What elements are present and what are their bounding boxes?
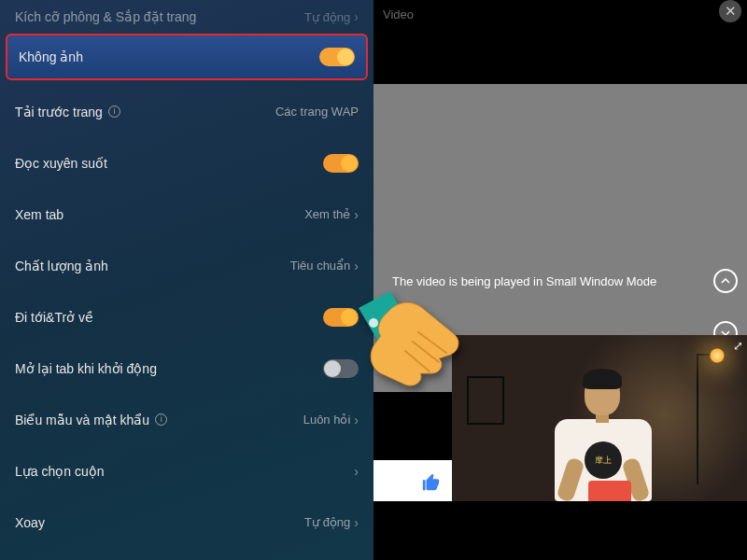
settings-panel: Kích cỡ phông & Sắp đặt trang Tự động› K… — [0, 0, 374, 560]
chevron-right-icon: › — [354, 207, 359, 222]
toggle-goback[interactable] — [323, 308, 359, 327]
settings-row-reopen[interactable]: Mở lại tab khi khởi động — [0, 343, 374, 394]
chevron-right-icon: › — [354, 259, 359, 273]
chevron-right-icon: › — [354, 464, 359, 479]
row-label: Không ảnh — [19, 49, 83, 64]
row-label: Lựa chọn cuộn — [15, 464, 105, 479]
video-bottom-bar — [374, 501, 747, 560]
settings-row-readthru[interactable]: Đọc xuyên suốt — [0, 137, 374, 189]
settings-row-goback[interactable]: Đi tới&Trở về — [0, 291, 374, 343]
row-value: Luôn hỏi› — [303, 413, 359, 427]
chevron-up-icon[interactable] — [713, 269, 738, 293]
row-label: Chất lượng ảnh — [15, 259, 108, 273]
row-label: Xoay — [15, 515, 45, 530]
expand-icon[interactable]: ⤢ — [733, 339, 743, 353]
row-value: Xem thẻ› — [304, 207, 359, 222]
chevron-right-icon: › — [354, 515, 359, 530]
row-label: Xem tab — [15, 207, 63, 222]
toggle-reopen[interactable] — [323, 359, 359, 378]
row-label: Đi tới&Trở về — [15, 310, 93, 325]
mini-video-window[interactable]: 摩上 ⤢ — [452, 335, 747, 501]
toggle-no_image[interactable] — [319, 48, 355, 66]
settings-row-scroll[interactable]: Lựa chọn cuộn› — [0, 445, 374, 497]
settings-row-imgqual[interactable]: Chất lượng ảnhTiêu chuẩn› — [0, 240, 374, 291]
row-label: Mở lại tab khi khởi động — [15, 361, 157, 376]
row-value: Tự động› — [304, 9, 359, 24]
video-controls-strip — [374, 460, 452, 501]
settings-row-fontsize[interactable]: Kích cỡ phông & Sắp đặt trang Tự động› — [0, 0, 374, 30]
video-header-title: Video — [383, 7, 414, 21]
row-label: Biểu mẫu và mật khẩui — [15, 413, 167, 427]
info-icon[interactable]: i — [108, 105, 120, 118]
row-value: Tự động› — [304, 515, 359, 530]
row-value: › — [350, 464, 359, 479]
settings-row-forms[interactable]: Biểu mẫu và mật khẩuiLuôn hỏi› — [0, 394, 374, 445]
row-value: Các trang WAP — [275, 105, 359, 119]
row-label: Kích cỡ phông & Sắp đặt trang — [15, 9, 196, 24]
chevron-right-icon: › — [354, 413, 359, 427]
info-icon[interactable]: i — [155, 413, 167, 426]
small-window-message: The video is being played in Small Windo… — [392, 274, 656, 288]
settings-row-preload[interactable]: Tải trước trangiCác trang WAP — [0, 86, 374, 137]
video-panel: Video ✕ The video is being played in Sma… — [374, 0, 747, 560]
settings-row-rotate[interactable]: XoayTự động› — [0, 497, 374, 548]
toggle-readthru[interactable] — [323, 154, 359, 173]
settings-row-no_image[interactable]: Không ảnh — [6, 34, 368, 80]
row-label: Tải trước trangi — [15, 105, 120, 119]
row-label: Đọc xuyên suốt — [15, 156, 107, 171]
settings-row-tabview[interactable]: Xem tabXem thẻ› — [0, 189, 374, 240]
row-value: Tiêu chuẩn› — [290, 259, 359, 273]
close-icon[interactable]: ✕ — [719, 0, 741, 22]
thumbs-up-icon[interactable] — [420, 472, 443, 497]
